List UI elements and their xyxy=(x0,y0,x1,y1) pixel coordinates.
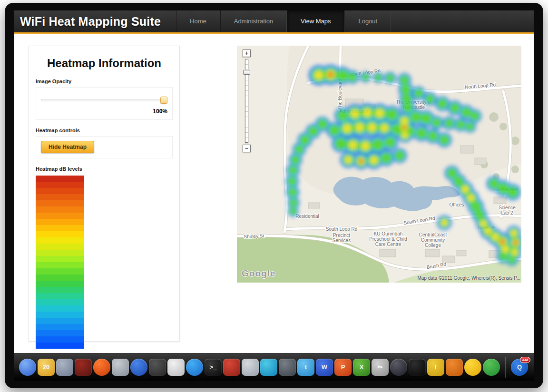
letter-x-icon[interactable]: X xyxy=(353,359,370,376)
calendar-icon[interactable]: 20 xyxy=(38,359,55,376)
document-icon[interactable] xyxy=(56,359,73,376)
heat-point xyxy=(428,131,438,141)
dark-app-icon[interactable] xyxy=(149,359,166,376)
controls-label: Heatmap controls xyxy=(36,127,173,133)
legend-band xyxy=(36,188,84,194)
heat-point xyxy=(345,157,352,163)
heat-point xyxy=(372,138,384,151)
letter-p-icon[interactable]: P xyxy=(334,359,352,376)
heat-point xyxy=(456,120,465,129)
dock-icon-glyph: >_ xyxy=(210,363,217,371)
panel-title: Heatmap Information xyxy=(36,57,173,70)
legend-band xyxy=(36,244,84,250)
heat-point xyxy=(425,94,435,104)
warning-icon[interactable]: ! xyxy=(427,359,444,376)
heat-point xyxy=(470,111,480,121)
q-app-icon[interactable]: QAM xyxy=(511,359,528,376)
toolbox-icon[interactable] xyxy=(223,359,240,376)
opacity-slider-thumb[interactable] xyxy=(160,97,167,104)
globe-icon[interactable] xyxy=(19,359,36,376)
heat-point xyxy=(511,249,518,255)
map-label: KU Ourimbah xyxy=(374,231,403,236)
heat-point xyxy=(363,109,372,117)
nav-tab-home[interactable]: Home xyxy=(176,10,220,32)
legend-band xyxy=(36,194,84,200)
legend-band xyxy=(36,256,84,262)
legend-gradient xyxy=(36,176,84,349)
heat-point xyxy=(410,111,421,123)
app-screen: WiFi Heat Mapping Suite HomeAdministrati… xyxy=(14,10,534,381)
map-label: Science xyxy=(499,205,516,210)
heat-point xyxy=(500,239,504,244)
cone-icon[interactable] xyxy=(446,359,463,376)
legend-band xyxy=(36,237,84,244)
heat-point xyxy=(414,88,423,98)
heat-point xyxy=(416,127,427,139)
opacity-slider-track[interactable] xyxy=(41,99,167,101)
dock-icon-glyph: 20 xyxy=(43,363,49,371)
legend-band xyxy=(36,330,84,336)
letter-w-icon[interactable]: W xyxy=(316,359,333,376)
heat-point xyxy=(441,219,447,225)
heat-point xyxy=(386,74,394,82)
nav-tab-view-maps[interactable]: View Maps xyxy=(287,10,344,32)
heat-point xyxy=(376,109,384,118)
bird-icon[interactable]: t xyxy=(297,359,314,376)
zoom-slider-handle[interactable] xyxy=(243,70,250,75)
camera-icon[interactable] xyxy=(112,359,129,376)
legend-band xyxy=(36,336,84,343)
heat-point xyxy=(329,125,340,136)
google-watermark[interactable]: Google xyxy=(242,268,275,279)
map-container[interactable]: North Loop RdNorth Loop RdThe BoulevardA… xyxy=(237,46,521,283)
crate-icon[interactable] xyxy=(75,359,92,376)
blue-badge-icon[interactable] xyxy=(130,359,147,376)
heat-point xyxy=(444,118,454,128)
heat-point xyxy=(328,72,333,78)
bolt-icon[interactable] xyxy=(464,359,481,376)
wave-icon[interactable] xyxy=(260,359,277,376)
mail-icon[interactable] xyxy=(242,359,259,376)
nav-tab-administration[interactable]: Administration xyxy=(220,10,287,32)
opacity-value: 100% xyxy=(41,108,167,115)
heat-point xyxy=(489,178,499,189)
heat-point xyxy=(480,220,486,226)
legend-band xyxy=(36,299,84,305)
heat-point xyxy=(386,108,398,121)
dock-divider xyxy=(505,357,506,378)
legend-band xyxy=(36,176,84,182)
heat-point xyxy=(439,135,450,145)
heat-point xyxy=(288,187,297,197)
photos-icon[interactable] xyxy=(167,359,185,376)
window-frame: WiFi Heat Mapping Suite HomeAdministrati… xyxy=(5,3,543,388)
map-label: College xyxy=(425,243,441,248)
prompt-icon[interactable] xyxy=(409,359,426,376)
opacity-slider[interactable] xyxy=(41,97,167,104)
legend-band xyxy=(36,293,84,299)
scissors-icon[interactable]: ✂ xyxy=(372,359,389,376)
legend-band xyxy=(36,231,84,237)
heat-point xyxy=(317,119,328,129)
leaf-icon[interactable] xyxy=(483,359,500,376)
map-label: South Loop Rd xyxy=(326,226,358,232)
nav-tab-logout[interactable]: Logout xyxy=(344,10,391,32)
hide-heatmap-button[interactable]: Hide Heatmap xyxy=(41,141,94,153)
map-label: Residential xyxy=(295,214,319,219)
orange-ball-icon[interactable] xyxy=(93,359,110,376)
zoom-slider-track[interactable] xyxy=(245,59,248,143)
main-content: Heatmap Information Image Opacity 100% H… xyxy=(14,34,534,353)
terminal-icon[interactable]: >_ xyxy=(205,359,222,376)
dark-sphere-icon[interactable] xyxy=(390,359,407,376)
zoom-in-button[interactable]: + xyxy=(243,49,251,57)
gear-icon[interactable] xyxy=(279,359,296,376)
legend-band xyxy=(36,219,84,225)
heat-point xyxy=(368,124,376,132)
azure-circle-icon[interactable] xyxy=(186,359,203,376)
heat-point xyxy=(499,252,508,261)
heat-point xyxy=(362,73,369,81)
heat-point xyxy=(381,124,388,132)
zoom-out-button[interactable]: − xyxy=(243,145,251,152)
heat-point xyxy=(308,126,318,137)
heat-point xyxy=(300,135,310,145)
heat-point xyxy=(288,166,298,175)
heat-point xyxy=(287,176,297,186)
